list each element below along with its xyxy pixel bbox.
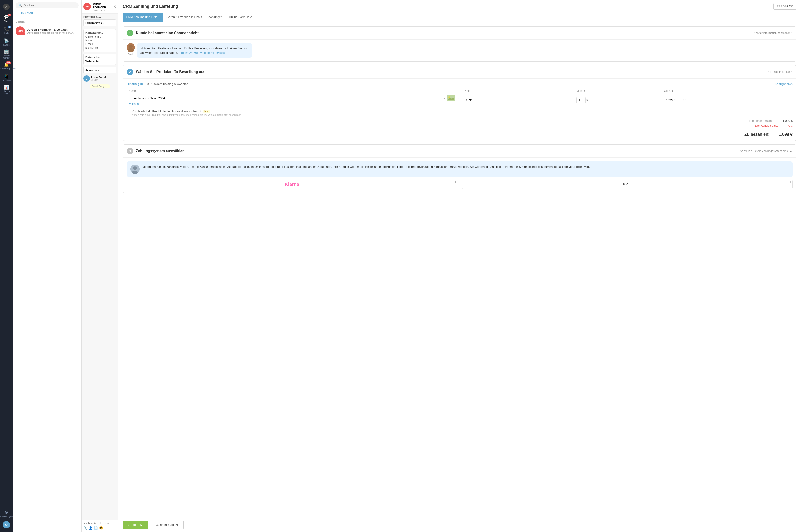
total-input[interactable] [664,97,682,103]
message-toolbar: 📎 👤 📄 😊 ⋯ [84,525,116,531]
step-1-avatar-wrap: David [127,43,135,56]
klarna-option[interactable]: ℹ Klarna [127,180,457,189]
crm-panel: CRM Zahlung und Lieferung FEEDBACK CRM Z… [118,0,801,532]
form-section: Formular au... Formulardaten... [84,15,116,26]
step-2-title: Wählen Sie Produkte für Bestellung aus [136,70,205,74]
checkbox-label[interactable]: Kunde wird ein Produkt in der Auswahl au… [132,110,198,113]
step-3-header: 3 Zahlungssystem auswählen So stellen Si… [123,145,796,157]
user-avatar-sidebar[interactable]: U [1,519,12,530]
contact-title: Kontaktinfo... [86,31,114,34]
configure-link[interactable]: Konfigurieren [775,82,793,86]
catalog-icon: 🗂 [147,82,150,86]
payment-options: ℹ Klarna ℹ Sofort [127,180,793,189]
sidebar-item-channels[interactable]: 📡 Kanäle [1,37,12,48]
crm-badge-icon [21,32,25,36]
marketing-icon: 📊 [4,85,9,90]
data-sub: Website-Se... [86,60,114,63]
elements-value: 1.099 € [783,119,793,122]
tab-in-arbeit[interactable]: In Arbeit [18,10,36,17]
step-1-body: David Nutzen Sie bitte diesen Link, um f… [123,39,796,61]
attach-icon[interactable]: 📎 [84,526,87,530]
search-box[interactable]: 🔍 [16,2,78,8]
price-input[interactable] [464,97,482,103]
step-3-header-left: 3 Zahlungssystem auswählen [127,148,185,154]
team-avatar: J [84,75,90,82]
data-title: Daten erhal... [86,56,114,59]
sidebar-item-notifications[interactable]: 🔔 99+ Benachrichtigungen [1,60,12,72]
step-1-number: 1 [127,30,133,36]
cancel-button[interactable]: ABBRECHEN [150,520,183,529]
svg-point-1 [128,48,134,52]
step-1-avatar [127,43,135,52]
col-name: Name [127,88,462,93]
chat-item-name: Jürgen Thomann - Live-Chat [27,28,78,31]
chevron-down-icon: ▼ [129,102,131,106]
step-1-header-left: 1 Kunde bekommt eine Chatnachricht [127,30,199,36]
info-icon-2: ℹ [791,70,793,74]
form-data-item: Formulardaten... [84,19,116,26]
contact-name-field: Name [86,39,114,42]
product-name-input[interactable] [129,95,441,101]
nav-item-online-formulare[interactable]: Online-Formulare [226,13,255,21]
phone-icon: 📱 [4,74,9,79]
doc-icon[interactable]: 📄 [94,526,98,530]
feedback-button[interactable]: FEEDBACK [773,3,797,10]
middle-header-name: Jürgen Thomann [93,2,111,9]
anfrage-title: Anfrage weit... [86,69,114,72]
catalog-link[interactable]: 🗂 Aus dem Katalog auswählen [147,82,188,86]
person-icon[interactable]: 👤 [89,526,93,530]
klarna-logo: Klarna [285,182,299,187]
sidebar-item-label: Telefonie [2,79,11,82]
sidebar-item-contact-center[interactable]: 🏢 Contact Center [1,49,12,59]
middle-close-button[interactable]: ✕ [113,4,116,9]
send-button[interactable]: SENDEN [123,520,148,529]
discount-row[interactable]: ▼ Rabatt [129,102,460,106]
contact-email-field: E-Mail [86,42,114,45]
sidebar-item-marketing[interactable]: 📊 Bitrix24 Marke... [1,84,12,95]
message-input[interactable] [84,522,116,525]
sidebar-item-phone[interactable]: 📱 Telefonie [1,72,12,83]
payment-description: Verbinden Sie ein Zahlungssystem, um die… [127,162,793,177]
checkbox-area: Kunde wird ein Produkt in der Auswahl au… [127,110,793,116]
qty-input[interactable] [577,97,586,103]
close-sidebar-button[interactable]: ✕ [3,4,10,10]
pay-value: 1.099 € [779,132,793,137]
nav-item-crm-zahlung[interactable]: CRM Zahlung und Liefe... [123,13,163,21]
payment-description-text: Verbinden Sie ein Zahlungssystem, um die… [142,165,590,174]
col-total: Gesamt [662,88,793,93]
sidebar-item-label: Benachrichtigungen [0,68,16,70]
product-thumbnail [447,95,455,101]
add-product-link[interactable]: Hinzufügen [127,82,143,86]
step-2-action[interactable]: So funktioniert das ℹ [768,70,793,74]
remove-product-icon[interactable]: ✕ [683,98,686,102]
david-badge-area: David Bergm... [84,83,116,89]
qty-cell: S... [575,93,662,107]
step-2-number: 2 [127,69,133,75]
message-input-area[interactable]: 📎 👤 📄 😊 ⋯ [81,520,118,532]
product-select-checkbox[interactable] [127,110,130,113]
chat-item-info: Jürgen Thomann - Live-Chat David Bergman… [27,28,78,34]
step-3-section: 3 Zahlungssystem auswählen So stellen Si… [123,145,797,193]
svg-point-3 [449,96,450,98]
sofort-option[interactable]: ℹ Sofort [462,180,793,189]
step-1-action[interactable]: Kontaktinformation bearbeiten ℹ [754,31,793,35]
info-icon-4: ℹ [787,150,788,153]
chat-item-preview: David Bergmann hat die Arbeit mit der An… [27,31,78,34]
payment-avatar [130,165,140,174]
sidebar-item-chats[interactable]: 💬 8 Chats [1,13,12,24]
step-3-action[interactable]: So stellen Sie ein Zahlungssystem ein ℹ … [740,149,793,153]
sidebar-item-calls[interactable]: 📞 1 Calls [1,25,12,36]
search-input[interactable] [24,4,76,7]
calls-badge: 1 [8,26,11,28]
sidebar-item-settings[interactable]: ⚙ Einstellungen [1,508,12,519]
chat-item-juergen[interactable]: CRM Jürgen Thomann - Live-Chat David Ber… [13,24,81,37]
savings-label: Der Kunde sparte: [755,124,779,127]
new-badge: Neu [203,110,210,113]
info-icon: ℹ [791,31,793,35]
step-1-link[interactable]: https://b24-66gdya.bitrix24.de/xxxx [179,51,225,55]
more-icon[interactable]: ⋯ [105,526,108,530]
nav-item-zahlungen[interactable]: Zahlungen [205,13,226,21]
emoji-icon[interactable]: 😊 [99,526,103,530]
nav-item-seiten[interactable]: Seiten für Vertrieb in Chats [163,13,205,21]
totals-section: Elemente gesamt: 1.099 € Der Kunde spart… [127,119,793,137]
